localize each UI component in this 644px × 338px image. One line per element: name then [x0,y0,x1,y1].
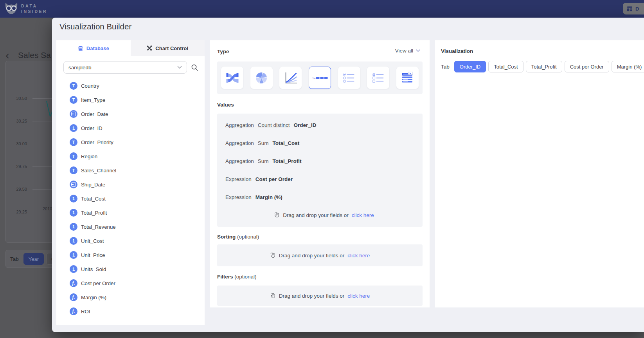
field-row[interactable]: 1 Unit_Price [56,248,205,262]
drop-hint-link[interactable]: click here [352,212,374,218]
field-row[interactable]: T Sales_Channel [56,163,205,177]
field-row[interactable]: T Country [56,79,205,93]
field-row[interactable]: Order_Date [56,107,205,121]
viz-tab-button[interactable]: Cost per Order [565,61,609,72]
field-row[interactable]: f. Margin (%) [56,290,205,304]
field-row[interactable]: 1 Total_Revenue [56,220,205,234]
field-label: Total_Revenue [81,224,116,230]
sorting-dropzone[interactable]: Drag and drop your fields or click here [217,244,423,266]
value-kind-label[interactable]: Aggregation [225,158,254,164]
field-type-icon: T [70,82,77,90]
field-label: Order_ID [81,125,103,131]
drop-hint-text: Drag and drop your fields or [279,293,344,299]
search-icon [191,64,198,71]
field-label: Unit_Cost [81,238,104,244]
value-row[interactable]: Expression Margin (%) [225,188,423,206]
type-section-title: Type [217,49,229,54]
builder-panel: Type View all [210,40,430,307]
chart-line [6,61,54,243]
field-row[interactable]: T Region [56,149,205,163]
value-function-label[interactable]: Sum [258,140,269,146]
field-row[interactable]: f. Cost per Order [56,276,205,290]
dashboards-button[interactable]: D [623,3,644,14]
line-chart-icon [283,70,299,86]
value-row[interactable]: Aggregation Sum Total_Cost [225,134,423,152]
field-label: Sales_Channel [81,168,116,174]
field-type-icon: 1 [70,223,77,231]
field-row[interactable]: 1 Total_Cost [56,192,205,206]
period-buttons: YearQu [23,253,54,265]
visualization-builder-modal: Visualization Builder Database [52,18,644,332]
field-type-icon: 1 [70,237,77,245]
value-kind-label[interactable]: Expression [225,176,252,182]
field-row[interactable]: 1 Total_Profit [56,206,205,220]
type-tile-check-list[interactable] [367,67,389,89]
filters-dropzone[interactable]: Drag and drop your fields or click here [217,286,423,306]
viz-tab-button[interactable]: Total_Cost [488,61,523,72]
field-type-icon: T [70,152,77,160]
field-type-icon: 1 [70,209,77,217]
database-icon [78,45,83,51]
value-kind-label[interactable]: Aggregation [225,122,254,128]
field-row[interactable]: 1 Order_ID [56,121,205,135]
type-tile-line-chart[interactable] [279,67,302,89]
field-type-icon [70,110,77,118]
field-row[interactable]: Ship_Date [56,177,205,192]
value-row[interactable]: Expression Cost per Order [225,170,423,188]
check-list-icon [371,70,386,86]
drop-hint-link[interactable]: click here [347,293,370,299]
period-button[interactable]: Year [23,253,44,265]
viz-tab-button[interactable]: Total_Profit [526,61,562,72]
value-kind-label[interactable]: Expression [225,194,252,200]
value-function-label[interactable]: Sum [258,158,269,164]
field-row[interactable]: 1 Unit_Cost [56,234,205,248]
field-type-icon: f. [70,293,77,301]
field-label: Ship_Date [81,182,105,188]
page-title: Sales Sa [18,51,51,60]
tab-chart-control-label: Chart Control [155,45,188,51]
field-label: ROI [81,309,90,315]
type-tile-tab[interactable]: Tab [309,67,331,89]
radio-list-icon [341,70,357,86]
view-all-button[interactable]: View all [395,48,420,54]
value-kind-label[interactable]: Aggregation [225,140,254,146]
field-row[interactable]: T Order_Priority [56,135,205,149]
tools-icon [147,45,152,51]
type-tile-table[interactable] [396,67,419,89]
drag-hand-icon [274,212,280,218]
field-label: Total_Profit [81,210,107,216]
chart-type-strip: Tab [217,61,423,94]
field-list: T Country T Item_Type Order_Date [56,79,205,318]
value-row[interactable]: Aggregation Sum Total_Profit [225,152,423,170]
period-tab-bar: Tab YearQu [5,250,54,268]
dashboard-icon [627,6,633,12]
viz-tab-button[interactable]: Order_ID [454,61,486,72]
drag-hand-icon [270,252,276,258]
value-function-label[interactable]: Count distinct [258,122,290,128]
field-type-icon: f. [70,279,77,287]
left-panel: Database Chart Control sample [56,40,205,325]
drop-hint-link[interactable]: click here [347,253,370,258]
field-label: Units_Sold [81,266,106,272]
period-tab-label: Tab [10,256,19,262]
tab-database[interactable]: Database [56,40,131,56]
value-rows: Aggregation Count distinct Order_ID Aggr… [225,116,423,206]
value-field-label: Total_Profit [273,158,302,164]
search-button[interactable] [191,64,198,71]
field-row[interactable]: f. ROI [56,304,205,318]
tab-chart-control[interactable]: Chart Control [131,40,205,56]
type-tile-radio-list[interactable] [338,67,360,89]
background-chart: 30.50 30.25 30.00 29.75 29.50 [5,61,54,243]
back-button[interactable]: ‹ [5,51,9,60]
database-select[interactable]: sampledb [63,61,187,74]
type-tile-sankey-chart[interactable] [221,67,243,89]
screen: ‹ Sales Sa 30.50 30.25 30.00 29.75 [0,0,644,338]
field-row[interactable]: 1 Units_Sold [56,262,205,276]
sorting-section-title: Sorting (optional) [217,234,259,240]
sankey-chart-icon [225,70,240,86]
viz-tab-button[interactable]: Margin (%) [612,61,644,72]
drop-hint-text: Drag and drop your fields or [283,212,348,218]
field-row[interactable]: T Item_Type [56,93,205,107]
type-tile-pie-chart[interactable] [250,67,273,89]
value-row[interactable]: Aggregation Count distinct Order_ID [225,116,423,134]
